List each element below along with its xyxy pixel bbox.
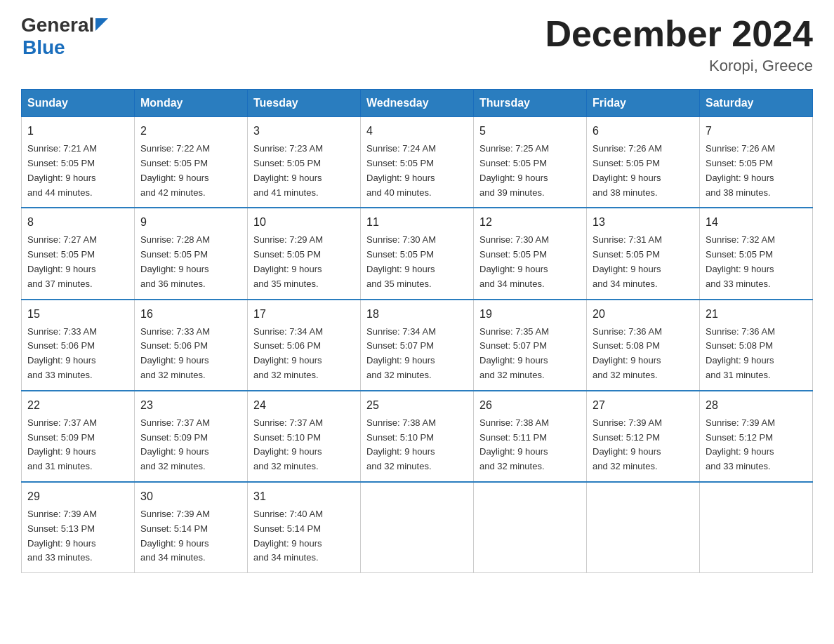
calendar-cell: 4Sunrise: 7:24 AMSunset: 5:05 PMDaylight…: [361, 117, 474, 208]
day-info: Sunrise: 7:29 AMSunset: 5:05 PMDaylight:…: [253, 233, 355, 291]
day-number: 26: [479, 397, 581, 414]
day-number: 24: [253, 397, 355, 414]
col-sunday: Sunday: [22, 90, 135, 117]
calendar-cell: 13Sunrise: 7:31 AMSunset: 5:05 PMDayligh…: [587, 208, 700, 299]
col-friday: Friday: [587, 90, 700, 117]
col-tuesday: Tuesday: [248, 90, 361, 117]
day-number: 3: [253, 123, 355, 140]
day-number: 23: [140, 397, 241, 414]
calendar-cell: 27Sunrise: 7:39 AMSunset: 5:12 PMDayligh…: [587, 391, 700, 482]
day-number: 11: [366, 214, 468, 231]
calendar-cell: 17Sunrise: 7:34 AMSunset: 5:06 PMDayligh…: [248, 300, 361, 391]
day-number: 27: [593, 397, 694, 414]
day-info: Sunrise: 7:35 AMSunset: 5:07 PMDaylight:…: [479, 325, 581, 383]
calendar-cell: 24Sunrise: 7:37 AMSunset: 5:10 PMDayligh…: [248, 391, 361, 482]
location: Koropi, Greece: [545, 57, 813, 75]
day-number: 12: [479, 214, 581, 231]
calendar-week-row: 15Sunrise: 7:33 AMSunset: 5:06 PMDayligh…: [22, 300, 813, 391]
day-number: 2: [140, 123, 241, 140]
calendar-cell: 22Sunrise: 7:37 AMSunset: 5:09 PMDayligh…: [22, 391, 135, 482]
col-saturday: Saturday: [700, 90, 813, 117]
day-number: 10: [253, 214, 355, 231]
page-header: General Blue December 2024 Koropi, Greec…: [21, 14, 813, 75]
calendar-cell: 3Sunrise: 7:23 AMSunset: 5:05 PMDaylight…: [248, 117, 361, 208]
calendar-cell: 14Sunrise: 7:32 AMSunset: 5:05 PMDayligh…: [700, 208, 813, 299]
logo-blue-text: Blue: [22, 36, 65, 58]
day-info: Sunrise: 7:30 AMSunset: 5:05 PMDaylight:…: [366, 233, 468, 291]
calendar-cell: 5Sunrise: 7:25 AMSunset: 5:05 PMDaylight…: [474, 117, 587, 208]
title-block: December 2024 Koropi, Greece: [545, 14, 813, 75]
day-info: Sunrise: 7:38 AMSunset: 5:11 PMDaylight:…: [479, 416, 581, 474]
day-number: 5: [479, 123, 581, 140]
day-info: Sunrise: 7:34 AMSunset: 5:07 PMDaylight:…: [366, 325, 468, 383]
day-number: 29: [27, 488, 128, 505]
calendar-cell: 6Sunrise: 7:26 AMSunset: 5:05 PMDaylight…: [587, 117, 700, 208]
calendar-cell: 16Sunrise: 7:33 AMSunset: 5:06 PMDayligh…: [135, 300, 248, 391]
day-info: Sunrise: 7:22 AMSunset: 5:05 PMDaylight:…: [140, 142, 241, 200]
col-wednesday: Wednesday: [361, 90, 474, 117]
calendar-cell: 29Sunrise: 7:39 AMSunset: 5:13 PMDayligh…: [22, 482, 135, 573]
day-info: Sunrise: 7:28 AMSunset: 5:05 PMDaylight:…: [140, 233, 241, 291]
day-number: 16: [140, 306, 241, 323]
day-info: Sunrise: 7:37 AMSunset: 5:10 PMDaylight:…: [253, 416, 355, 474]
calendar-week-row: 29Sunrise: 7:39 AMSunset: 5:13 PMDayligh…: [22, 482, 813, 573]
day-number: 17: [253, 306, 355, 323]
day-number: 20: [593, 306, 694, 323]
day-info: Sunrise: 7:30 AMSunset: 5:05 PMDaylight:…: [479, 233, 581, 291]
calendar-week-row: 22Sunrise: 7:37 AMSunset: 5:09 PMDayligh…: [22, 391, 813, 482]
calendar-cell: [587, 482, 700, 573]
day-info: Sunrise: 7:36 AMSunset: 5:08 PMDaylight:…: [593, 325, 694, 383]
calendar-cell: 11Sunrise: 7:30 AMSunset: 5:05 PMDayligh…: [361, 208, 474, 299]
day-number: 25: [366, 397, 468, 414]
day-info: Sunrise: 7:32 AMSunset: 5:05 PMDaylight:…: [706, 233, 807, 291]
month-title: December 2024: [545, 14, 813, 54]
calendar-cell: 25Sunrise: 7:38 AMSunset: 5:10 PMDayligh…: [361, 391, 474, 482]
day-number: 18: [366, 306, 468, 323]
day-info: Sunrise: 7:37 AMSunset: 5:09 PMDaylight:…: [140, 416, 241, 474]
calendar-cell: 23Sunrise: 7:37 AMSunset: 5:09 PMDayligh…: [135, 391, 248, 482]
day-info: Sunrise: 7:33 AMSunset: 5:06 PMDaylight:…: [140, 325, 241, 383]
logo: General Blue: [21, 14, 108, 59]
calendar-table: Sunday Monday Tuesday Wednesday Thursday…: [21, 89, 813, 573]
day-info: Sunrise: 7:27 AMSunset: 5:05 PMDaylight:…: [27, 233, 128, 291]
day-info: Sunrise: 7:26 AMSunset: 5:05 PMDaylight:…: [706, 142, 807, 200]
day-info: Sunrise: 7:31 AMSunset: 5:05 PMDaylight:…: [593, 233, 694, 291]
day-info: Sunrise: 7:39 AMSunset: 5:12 PMDaylight:…: [706, 416, 807, 474]
calendar-week-row: 8Sunrise: 7:27 AMSunset: 5:05 PMDaylight…: [22, 208, 813, 299]
calendar-header-row: Sunday Monday Tuesday Wednesday Thursday…: [22, 90, 813, 117]
day-number: 1: [27, 123, 128, 140]
day-info: Sunrise: 7:25 AMSunset: 5:05 PMDaylight:…: [479, 142, 581, 200]
day-info: Sunrise: 7:39 AMSunset: 5:12 PMDaylight:…: [593, 416, 694, 474]
day-info: Sunrise: 7:34 AMSunset: 5:06 PMDaylight:…: [253, 325, 355, 383]
calendar-week-row: 1Sunrise: 7:21 AMSunset: 5:05 PMDaylight…: [22, 117, 813, 208]
calendar-cell: 20Sunrise: 7:36 AMSunset: 5:08 PMDayligh…: [587, 300, 700, 391]
calendar-cell: 12Sunrise: 7:30 AMSunset: 5:05 PMDayligh…: [474, 208, 587, 299]
calendar-cell: [700, 482, 813, 573]
calendar-cell: 15Sunrise: 7:33 AMSunset: 5:06 PMDayligh…: [22, 300, 135, 391]
day-info: Sunrise: 7:24 AMSunset: 5:05 PMDaylight:…: [366, 142, 468, 200]
logo-general-text: General: [21, 14, 94, 36]
calendar-cell: 8Sunrise: 7:27 AMSunset: 5:05 PMDaylight…: [22, 208, 135, 299]
day-number: 19: [479, 306, 581, 323]
day-number: 7: [706, 123, 807, 140]
day-info: Sunrise: 7:26 AMSunset: 5:05 PMDaylight:…: [593, 142, 694, 200]
calendar-cell: 31Sunrise: 7:40 AMSunset: 5:14 PMDayligh…: [248, 482, 361, 573]
calendar-cell: 21Sunrise: 7:36 AMSunset: 5:08 PMDayligh…: [700, 300, 813, 391]
col-monday: Monday: [135, 90, 248, 117]
calendar-cell: 19Sunrise: 7:35 AMSunset: 5:07 PMDayligh…: [474, 300, 587, 391]
day-number: 9: [140, 214, 241, 231]
day-info: Sunrise: 7:39 AMSunset: 5:13 PMDaylight:…: [27, 507, 128, 565]
day-number: 15: [27, 306, 128, 323]
day-info: Sunrise: 7:23 AMSunset: 5:05 PMDaylight:…: [253, 142, 355, 200]
day-number: 30: [140, 488, 241, 505]
day-number: 14: [706, 214, 807, 231]
calendar-cell: 1Sunrise: 7:21 AMSunset: 5:05 PMDaylight…: [22, 117, 135, 208]
svg-marker-0: [95, 18, 108, 31]
day-info: Sunrise: 7:37 AMSunset: 5:09 PMDaylight:…: [27, 416, 128, 474]
calendar-cell: 10Sunrise: 7:29 AMSunset: 5:05 PMDayligh…: [248, 208, 361, 299]
day-number: 13: [593, 214, 694, 231]
day-number: 28: [706, 397, 807, 414]
day-info: Sunrise: 7:39 AMSunset: 5:14 PMDaylight:…: [140, 507, 241, 565]
day-number: 6: [593, 123, 694, 140]
col-thursday: Thursday: [474, 90, 587, 117]
